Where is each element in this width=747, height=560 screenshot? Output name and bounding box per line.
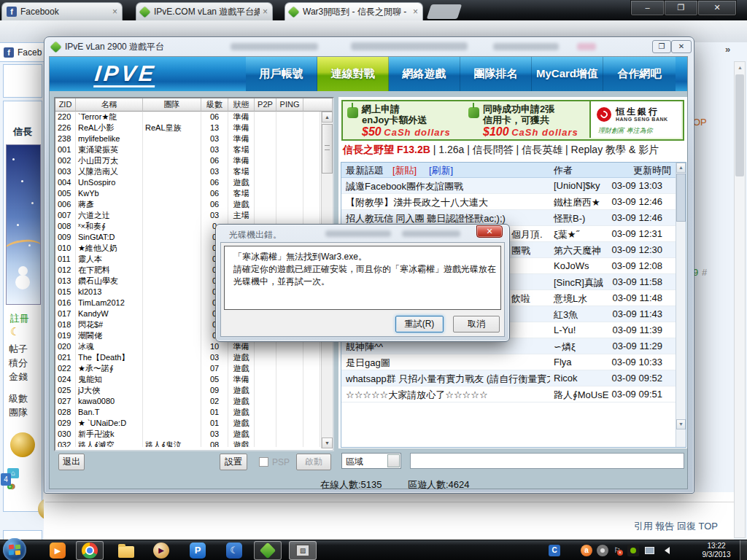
nav-tab-partner-cafes[interactable]: 合作網吧 <box>603 57 676 91</box>
post-action-links[interactable]: 引用 報告 回復 TOP <box>634 520 718 533</box>
nav-tab-mycard[interactable]: MyCard增值 <box>532 57 603 91</box>
start-button[interactable] <box>3 538 26 560</box>
tab-close-icon[interactable]: × <box>263 7 268 17</box>
show-desktop-button[interactable] <box>740 540 747 560</box>
tab-close-icon[interactable]: × <box>112 7 117 17</box>
link-replay[interactable]: Replay 教學 & 影片 <box>571 144 659 155</box>
taskbar-chrome-icon[interactable] <box>76 541 104 560</box>
register-link[interactable]: 註冊 <box>10 312 29 325</box>
scroll-thumb[interactable] <box>322 124 333 174</box>
bookmarks-overflow-icon[interactable]: » <box>725 44 730 55</box>
table-row[interactable]: 002小山田万太06準備 <box>55 155 333 166</box>
forum-scrollbar[interactable]: ▲ ▼ <box>676 163 686 447</box>
tray-volume-icon[interactable] <box>659 545 671 556</box>
taskbar-ipve-icon[interactable] <box>254 541 282 560</box>
table-row[interactable]: 030新手卍波k03遊戲 <box>55 429 333 440</box>
link-heroes[interactable]: 信長英雄 <box>522 144 562 155</box>
close-button[interactable]: ✕ <box>697 0 737 16</box>
chat-input[interactable] <box>410 453 684 469</box>
link-nobunaga-map[interactable]: 信長之野望 F13.2B <box>343 144 430 155</box>
table-row[interactable]: 001東涌梁振英03客場 <box>55 144 333 155</box>
page-fragment-top-link[interactable]: OP <box>693 117 707 128</box>
dropdown-arrow-icon[interactable] <box>387 454 400 467</box>
nav-tab-versus[interactable]: 連線對戰 <box>317 57 389 91</box>
dialog-close-button[interactable]: ✕ <box>476 225 503 238</box>
exit-button[interactable]: 退出 <box>58 454 85 470</box>
table-row[interactable]: 226ReAL小影ReAL皇族13準備 <box>55 122 333 133</box>
app-close-button[interactable]: ✕ <box>671 40 692 53</box>
scroll-down-icon[interactable]: ▼ <box>322 438 333 448</box>
minimize-button[interactable]: – <box>630 0 665 16</box>
retry-button[interactable]: 重試(R) <box>395 316 444 332</box>
tray-network-icon[interactable] <box>643 545 655 556</box>
taskbar-explorer-icon[interactable] <box>112 541 140 560</box>
app-restore-button[interactable]: ❐ <box>652 40 671 53</box>
column-header[interactable]: 名稱 <box>76 98 143 112</box>
table-row[interactable]: 020冰魂10準備 <box>55 341 333 352</box>
taskbar-dialog-icon[interactable]: ▨ <box>289 541 317 560</box>
facebook-chip[interactable]: f Faceb <box>0 42 47 62</box>
table-row[interactable]: 005KwYb06客場 <box>55 188 333 199</box>
table-row[interactable]: 220`Terror★龍06準備 <box>55 112 333 122</box>
scroll-up-icon[interactable]: ▲ <box>676 163 686 173</box>
table-row[interactable]: 006蔣彥06遊戲 <box>55 199 333 210</box>
column-header[interactable]: 團隊 <box>143 98 201 112</box>
region-dropdown[interactable]: 區域 <box>341 453 401 469</box>
launch-button[interactable]: 啟動 <box>296 454 331 470</box>
settings-button[interactable]: 設置 <box>220 454 247 470</box>
table-row[interactable]: 238mylifebelike03準備 <box>55 133 333 144</box>
scroll-down-icon[interactable]: ▼ <box>676 419 686 429</box>
tray-satellite-icon[interactable] <box>597 545 608 556</box>
link-version[interactable]: 1.26a <box>438 144 464 155</box>
nav-tab-online-games[interactable]: 網絡遊戲 <box>389 57 460 91</box>
page-scroll-thumb[interactable] <box>735 74 744 176</box>
table-row[interactable]: 024鬼能知05準備 <box>55 374 333 385</box>
table-row[interactable]: 022★承〜諾∮07遊戲 <box>55 363 333 374</box>
ad-banner[interactable]: 網上申請 enJoy卡額外送 $50 CaSh dollars 同時成功申請2張… <box>341 100 684 141</box>
table-row[interactable]: 027kawa008002遊戲 <box>55 396 333 407</box>
column-header[interactable]: ZID <box>55 98 76 112</box>
tray-action-center-flag-icon[interactable]: ⚐× <box>611 545 623 556</box>
table-row[interactable]: 007六道之辻03主場 <box>55 210 333 221</box>
column-header[interactable]: PING <box>276 98 303 112</box>
table-row[interactable]: 004UnSospiro06遊戲 <box>55 177 333 188</box>
tab-ipve-home[interactable]: IPvE.COM vLan 遊戲平台網 × <box>136 2 273 20</box>
table-row[interactable]: 029★ `UNaiDe:D01遊戲 <box>55 418 333 429</box>
page-scrollbar[interactable]: ▲ <box>734 61 746 538</box>
tab-war3-thread[interactable]: War3開唔到 - 信長之閒聊 - × <box>285 2 423 20</box>
psp-checkbox[interactable] <box>259 457 268 467</box>
forum-header-new[interactable]: [新貼] <box>392 164 417 177</box>
taskbar-media-player-icon[interactable]: ▶ <box>147 541 175 560</box>
tab-facebook[interactable]: f Facebook × <box>1 2 123 20</box>
column-header[interactable]: 狀態 <box>228 98 255 112</box>
table-row[interactable]: 021The【Death】03遊戲 <box>55 352 333 363</box>
column-header[interactable]: P2P <box>255 98 276 112</box>
forum-row[interactable]: whatsapp群 只招小量有實力戰友 (請自行衡量實力)Ricok03-09 … <box>341 370 676 386</box>
forum-header-refresh[interactable]: [刷新] <box>429 164 453 177</box>
tray-nvidia-icon[interactable] <box>627 545 639 556</box>
table-row[interactable]: 032路人∮滅空路人∮鬼泣08遊戲 <box>55 440 333 447</box>
new-tab-button[interactable] <box>427 4 462 19</box>
forum-row[interactable]: 誠邀Facebook團作友誼團戰[UnioN]$ky03-09 13:03 <box>341 178 676 194</box>
nav-tab-account[interactable]: 用戶帳號 <box>246 57 317 91</box>
page-widget[interactable]: 4 <box>1 473 11 486</box>
table-row[interactable]: 003乂陳浩南乂03客場 <box>55 166 333 177</box>
tab-close-icon[interactable]: × <box>413 7 418 17</box>
nav-tab-team-ranking[interactable]: 團隊排名 <box>460 57 532 91</box>
forum-row[interactable]: 是日gag圖Flya03-09 10:33 <box>341 354 676 370</box>
restore-button[interactable]: ❐ <box>664 0 698 16</box>
forum-row[interactable]: 【附教學】淺井長政之十八大連大鐵柱磨西★03-09 12:46 <box>341 194 676 210</box>
table-row[interactable]: 028Ban.T01遊戲 <box>55 407 333 418</box>
tray-comodo-icon[interactable]: C <box>549 545 560 556</box>
tray-ipve-leaf-icon[interactable] <box>565 545 576 556</box>
cancel-button[interactable]: 取消 <box>453 316 500 332</box>
link-qa[interactable]: 信長問答 <box>473 144 514 155</box>
scroll-up-icon[interactable]: ▲ <box>322 112 333 122</box>
taskbar-wmp-icon[interactable]: ▶ <box>44 541 71 560</box>
scroll-up-icon[interactable]: ▲ <box>738 65 743 70</box>
scroll-thumb[interactable] <box>676 174 686 222</box>
table-row[interactable]: 025jJ大俠09遊戲 <box>55 385 333 396</box>
taskbar-moon-app-icon[interactable]: ☾ <box>220 541 248 560</box>
forum-row[interactable]: ☆☆☆☆☆大家請放心了☆☆☆☆☆路人∮MoUsE03-09 09:51 <box>341 386 676 402</box>
taskbar-pps-icon[interactable]: P <box>184 541 212 560</box>
